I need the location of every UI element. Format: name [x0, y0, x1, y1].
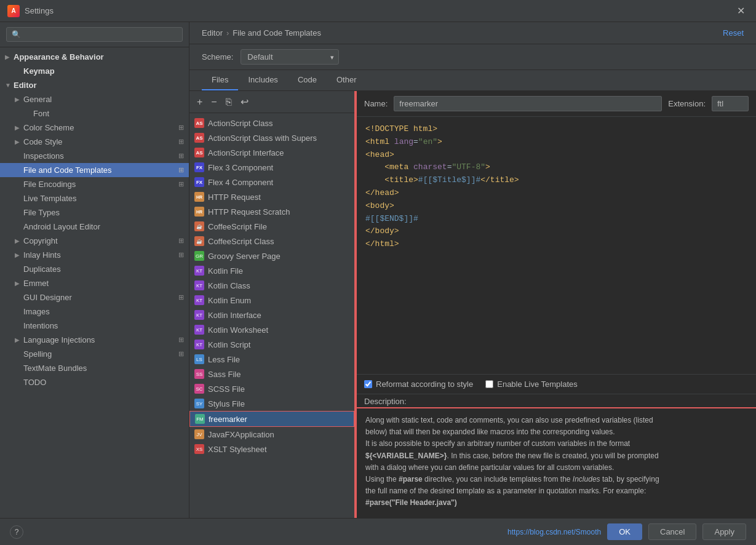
- list-item[interactable]: KT Kotlin Enum: [189, 293, 354, 308]
- sidebar-item-todo[interactable]: TODO: [0, 375, 189, 389]
- sidebar-item-label: Inlay Hints: [23, 250, 61, 260]
- remove-template-button[interactable]: −: [209, 95, 219, 109]
- sidebar-item-fileencodings[interactable]: File Encodings ⊞: [0, 177, 189, 191]
- sidebar-item-appearance[interactable]: ▶ Appearance & Behavior: [0, 50, 189, 64]
- bottom-link[interactable]: https://blog.csdn.net/Smooth: [507, 528, 601, 536]
- sidebar-item-langinjections[interactable]: ▶ Language Injections ⊞: [0, 333, 189, 347]
- list-item[interactable]: SC SCSS File: [189, 381, 354, 396]
- live-templates-checkbox[interactable]: [485, 380, 493, 388]
- list-item[interactable]: KT Kotlin Interface: [189, 308, 354, 322]
- list-item[interactable]: JV JavaFXApplication: [189, 427, 354, 442]
- file-item-label: ActionScript Class with Supers: [208, 133, 317, 143]
- sidebar-item-font[interactable]: Font: [0, 106, 189, 121]
- list-item[interactable]: XS XSLT Stylesheet: [189, 442, 354, 456]
- arrow-icon: ▶: [15, 336, 23, 343]
- badge-icon: ⊞: [178, 138, 184, 146]
- file-icon: FX: [194, 177, 204, 187]
- sidebar-item-label: GUI Designer: [23, 293, 72, 302]
- list-item[interactable]: KT Kotlin Class: [189, 278, 354, 293]
- code-editor[interactable]: <!DOCTYPE html> <html lang="en"> <head> …: [357, 117, 756, 374]
- sidebar-item-livetemplates[interactable]: Live Templates: [0, 191, 189, 205]
- sidebar-item-copyright[interactable]: ▶ Copyright ⊞: [0, 234, 189, 248]
- sidebar-item-colorscheme[interactable]: ▶ Color Scheme ⊞: [0, 121, 189, 135]
- reformat-checkbox-label[interactable]: Reformat according to style: [364, 380, 473, 389]
- file-icon: KT: [194, 280, 204, 290]
- list-item[interactable]: KT Kotlin Worksheet: [189, 322, 354, 337]
- sidebar: ▶ Appearance & Behavior Keymap ▼ Editor …: [0, 22, 189, 518]
- add-template-button[interactable]: +: [194, 95, 205, 109]
- extension-label: Extension:: [668, 99, 706, 108]
- sidebar-item-label: Intentions: [23, 321, 58, 330]
- list-item[interactable]: SY Stylus File: [189, 396, 354, 411]
- list-item[interactable]: SS Sass File: [189, 367, 354, 381]
- list-item[interactable]: AS ActionScript Class: [189, 116, 354, 130]
- sidebar-item-guidesigner[interactable]: GUI Designer ⊞: [0, 290, 189, 304]
- list-item[interactable]: FX Flex 4 Component: [189, 175, 354, 189]
- template-extension-input[interactable]: [712, 96, 749, 111]
- list-item[interactable]: ☕ CoffeeScript Class: [189, 234, 354, 249]
- sidebar-item-textmatebundles[interactable]: TextMate Bundles: [0, 361, 189, 375]
- reformat-checkbox[interactable]: [364, 380, 372, 388]
- sidebar-item-label: Editor: [14, 81, 37, 90]
- sidebar-item-images[interactable]: Images: [0, 304, 189, 319]
- close-button[interactable]: ✕: [733, 4, 749, 18]
- list-item[interactable]: AS ActionScript Interface: [189, 145, 354, 160]
- sidebar-item-spelling[interactable]: Spelling ⊞: [0, 347, 189, 361]
- reset-button[interactable]: Reset: [723, 28, 744, 38]
- sidebar-item-codestyle[interactable]: ▶ Code Style ⊞: [0, 135, 189, 149]
- sidebar-item-filetypes[interactable]: File Types: [0, 205, 189, 220]
- file-icon: SC: [194, 384, 204, 394]
- list-item[interactable]: ☕ CoffeeScript File: [189, 219, 354, 234]
- search-input[interactable]: [6, 27, 183, 42]
- sidebar-item-label: File and Code Templates: [23, 165, 112, 175]
- file-item-label: Kotlin File: [208, 266, 243, 276]
- sidebar-item-editor[interactable]: ▼ Editor: [0, 78, 189, 92]
- sidebar-item-label: Copyright: [23, 236, 58, 245]
- badge-icon: ⊞: [178, 166, 184, 174]
- tab-other[interactable]: Other: [327, 70, 367, 90]
- list-item[interactable]: HR HTTP Request: [189, 189, 354, 204]
- list-item[interactable]: AS ActionScript Class with Supers: [189, 130, 354, 145]
- sidebar-item-fileandcode[interactable]: File and Code Templates ⊞: [0, 163, 189, 177]
- title-bar: A Settings ✕: [0, 0, 756, 22]
- tab-code[interactable]: Code: [288, 70, 327, 90]
- revert-template-button[interactable]: ↩: [238, 95, 251, 109]
- sidebar-item-intentions[interactable]: Intentions: [0, 319, 189, 333]
- list-item[interactable]: HR HTTP Request Scratch: [189, 204, 354, 219]
- sidebar-item-label: Live Templates: [23, 194, 76, 203]
- help-button[interactable]: ?: [10, 525, 23, 539]
- sidebar-item-label: Images: [23, 307, 50, 316]
- tab-files[interactable]: Files: [202, 70, 238, 90]
- arrow-icon: ▶: [15, 138, 23, 145]
- list-item[interactable]: LS Less File: [189, 352, 354, 367]
- scheme-select[interactable]: Default Project: [241, 49, 339, 65]
- sidebar-item-general[interactable]: ▶ General: [0, 92, 189, 106]
- breadcrumb-parent: Editor: [202, 28, 223, 38]
- template-name-input[interactable]: [394, 96, 662, 111]
- arrow-icon: ▶: [15, 252, 23, 258]
- sidebar-item-label: Code Style: [23, 137, 63, 146]
- file-icon: AS: [194, 133, 204, 143]
- live-templates-checkbox-label[interactable]: Enable Live Templates: [485, 380, 578, 389]
- sidebar-item-duplicates[interactable]: Duplicates: [0, 262, 189, 276]
- tab-includes[interactable]: Includes: [238, 70, 287, 90]
- sidebar-item-label: TextMate Bundles: [23, 364, 87, 373]
- sidebar-item-inspections[interactable]: Inspections ⊞: [0, 149, 189, 163]
- badge-icon: ⊞: [178, 124, 184, 132]
- list-item[interactable]: KT Kotlin File: [189, 263, 354, 278]
- sidebar-item-emmet[interactable]: ▶ Emmet: [0, 276, 189, 290]
- list-item[interactable]: GR Groovy Server Page: [189, 249, 354, 263]
- list-item-freemarker[interactable]: FM freemarker: [189, 411, 354, 427]
- sidebar-item-keymap[interactable]: Keymap: [0, 64, 189, 78]
- sidebar-item-label: General: [23, 95, 52, 104]
- sidebar-item-inlayhints[interactable]: ▶ Inlay Hints ⊞: [0, 248, 189, 262]
- copy-template-button[interactable]: ⎘: [223, 95, 234, 109]
- file-item-label: freemarker: [209, 415, 247, 424]
- app-icon: A: [7, 5, 20, 17]
- list-item[interactable]: KT Kotlin Script: [189, 337, 354, 352]
- ok-button[interactable]: OK: [607, 523, 642, 540]
- cancel-button[interactable]: Cancel: [648, 523, 696, 540]
- list-item[interactable]: FX Flex 3 Component: [189, 160, 354, 175]
- sidebar-item-androidlayout[interactable]: Android Layout Editor: [0, 220, 189, 234]
- apply-button[interactable]: Apply: [702, 523, 746, 540]
